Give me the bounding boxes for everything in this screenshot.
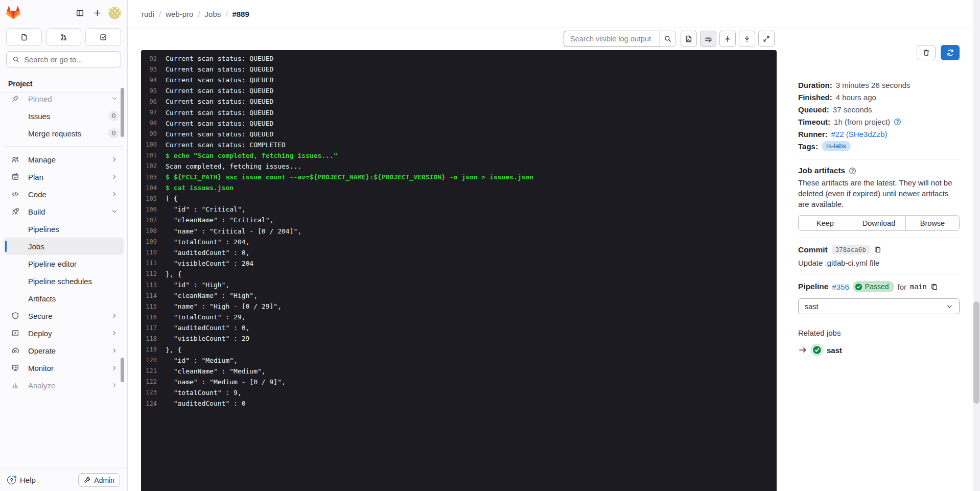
pipeline-ref[interactable]: main [910, 283, 927, 291]
sidebar-item-pinned[interactable]: Pinned [4, 92, 124, 107]
log-line-number[interactable]: 96 [141, 98, 166, 105]
artifacts-help-icon[interactable] [849, 167, 856, 175]
log-line-number[interactable]: 110 [141, 249, 166, 256]
scroll-bottom-button[interactable] [739, 31, 755, 47]
log-line-number[interactable]: 106 [141, 206, 166, 213]
log-line-number[interactable]: 121 [141, 367, 166, 375]
pipeline-status-badge[interactable]: Passed [853, 281, 894, 292]
wrap-lines-button[interactable] [700, 31, 716, 47]
erase-job-log-button[interactable] [917, 45, 936, 60]
sidebar-item-artifacts[interactable]: Artifacts [4, 290, 124, 307]
status-passed-icon[interactable] [812, 345, 822, 355]
log-line-number[interactable]: 105 [141, 195, 166, 202]
gitlab-logo[interactable] [6, 6, 20, 19]
notification-dot [13, 475, 17, 479]
sidebar-item-secure[interactable]: Secure [4, 307, 124, 324]
log-line-number[interactable]: 101 [141, 152, 166, 159]
log-line-number[interactable]: 116 [141, 314, 166, 321]
todos-button[interactable] [85, 28, 121, 46]
log-line-number[interactable]: 124 [141, 400, 166, 407]
log-line-number[interactable]: 109 [141, 238, 166, 245]
log-line-number[interactable]: 123 [141, 389, 166, 396]
log-line-number[interactable]: 99 [141, 130, 166, 137]
sidebar-item-analyze[interactable]: Analyze [4, 377, 124, 394]
copy-commit-sha-button[interactable] [874, 246, 881, 253]
page-scrollbar-thumb[interactable] [973, 301, 979, 404]
chevron-down-icon [111, 208, 118, 215]
log-line: 96Current scan status: QUEUED [141, 96, 777, 107]
keep-artifacts-button[interactable]: Keep [798, 215, 852, 231]
timeout-help-icon[interactable] [894, 118, 901, 126]
sidebar-item-pipelines[interactable]: Pipelines [4, 220, 124, 238]
sidebar-item-pipeline-schedules[interactable]: Pipeline schedules [4, 272, 124, 290]
log-line-number[interactable]: 122 [141, 378, 166, 385]
log-line-number[interactable]: 100 [141, 141, 166, 148]
user-avatar[interactable] [108, 7, 121, 19]
sidebar-item-merge-requests[interactable]: Merge requests0 [4, 125, 124, 142]
log-line-number[interactable]: 108 [141, 227, 166, 235]
stage-select[interactable]: sast [798, 298, 960, 314]
log-line-number[interactable]: 115 [141, 303, 166, 310]
log-line-number[interactable]: 117 [141, 324, 166, 332]
log-line-number[interactable]: 95 [141, 87, 166, 95]
log-line-number[interactable]: 113 [141, 282, 166, 289]
log-line-number[interactable]: 94 [141, 77, 166, 84]
breadcrumb-link-web-pro[interactable]: web-pro [166, 10, 193, 18]
raw-log-button[interactable] [681, 31, 697, 47]
breadcrumb-link-jobs[interactable]: Jobs [205, 10, 221, 18]
log-line-number[interactable]: 111 [141, 260, 166, 267]
log-line-number[interactable]: 118 [141, 335, 166, 342]
retry-job-button[interactable] [941, 45, 960, 60]
help-menu[interactable]: ? Help [7, 476, 36, 484]
breadcrumb-link-rudi[interactable]: rudi [142, 10, 154, 18]
commit-sha[interactable]: 378aca6b [832, 245, 870, 254]
sidebar-item-code[interactable]: Code [4, 185, 124, 203]
scroll-top-button[interactable] [719, 31, 736, 47]
pipeline-link[interactable]: #356 [832, 283, 849, 291]
job-content: 92Current scan status: QUEUED93Current s… [128, 28, 980, 491]
job-log-terminal[interactable]: 92Current scan status: QUEUED93Current s… [141, 50, 777, 491]
sidebar-item-operate[interactable]: Operate [4, 342, 124, 359]
sidebar-item-jobs[interactable]: Jobs [4, 238, 124, 255]
browse-artifacts-button[interactable]: Browse [906, 215, 960, 231]
log-line-number[interactable]: 98 [141, 120, 166, 127]
sidebar-toggle-button[interactable] [74, 7, 86, 19]
project-navigation: PinnedIssues0Merge requests0ManagePlanCo… [0, 92, 127, 469]
log-line-number[interactable]: 97 [141, 109, 166, 116]
log-line-number[interactable]: 114 [141, 292, 166, 299]
sidebar-item-monitor[interactable]: Monitor [4, 359, 124, 377]
log-line-number[interactable]: 92 [141, 55, 166, 62]
log-line-number[interactable]: 103 [141, 174, 166, 181]
sidebar-item-pipeline-editor[interactable]: Pipeline editor [4, 255, 124, 272]
log-line-number[interactable]: 93 [141, 66, 166, 73]
related-job-link[interactable]: sast [827, 346, 842, 355]
log-search-input[interactable] [564, 31, 660, 47]
sidebar-item-manage[interactable]: Manage [4, 151, 124, 168]
tag-pill[interactable]: rs-labs [822, 141, 851, 151]
runner-link[interactable]: #22 (SHe3dZzb) [831, 130, 888, 138]
sidebar-item-plan[interactable]: Plan [4, 168, 124, 185]
log-line-number[interactable]: 112 [141, 270, 166, 277]
sidebar-item-deploy[interactable]: Deploy [4, 324, 124, 342]
merge-requests-button[interactable] [46, 28, 82, 46]
assigned-issues-button[interactable] [6, 28, 42, 46]
create-new-button[interactable] [91, 7, 103, 19]
log-line-number[interactable]: 107 [141, 217, 166, 224]
artifacts-description: These artifacts are the latest. They wil… [798, 177, 960, 209]
log-line-number[interactable]: 119 [141, 346, 166, 353]
sidebar-item-issues[interactable]: Issues0 [4, 107, 124, 125]
sidebar-scrollbar-thumb[interactable] [121, 88, 124, 137]
log-line-number[interactable]: 120 [141, 357, 166, 364]
log-line-number[interactable]: 102 [141, 162, 166, 170]
fullscreen-button[interactable] [758, 31, 775, 47]
log-line-number[interactable]: 104 [141, 184, 166, 192]
global-search-input[interactable]: Search or go to... [6, 51, 121, 67]
download-artifacts-button[interactable]: Download [852, 215, 906, 231]
log-search-button[interactable] [660, 31, 675, 47]
copy-ref-button[interactable] [930, 283, 938, 291]
sidebar-scrollbar-thumb[interactable] [121, 358, 124, 382]
commit-message[interactable]: Update .gitlab-ci.yml file [798, 259, 960, 267]
sidebar-item-build[interactable]: Build [4, 203, 124, 220]
pipeline-for-text: for [898, 283, 907, 291]
admin-button[interactable]: Admin [78, 473, 120, 487]
